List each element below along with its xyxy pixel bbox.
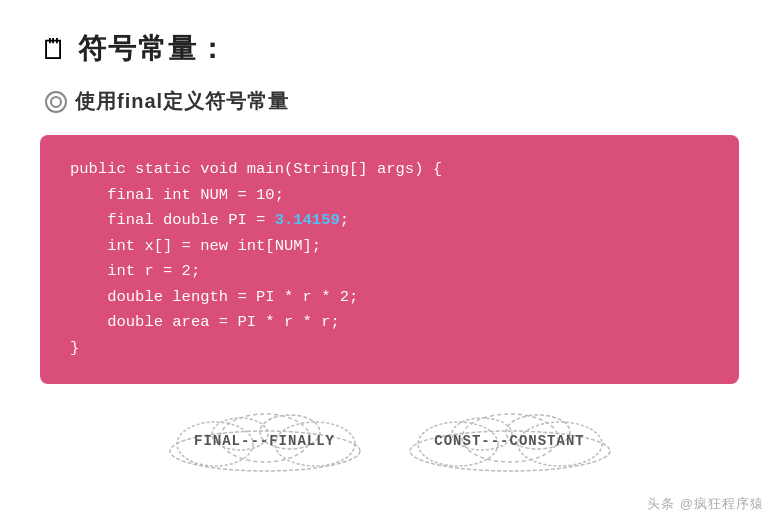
code-line-7: double area = PI * r * r;: [70, 313, 340, 331]
watermark-handle: @疯狂程序猿: [680, 496, 764, 511]
slide: 🗒 符号常量： 使用final定义符号常量 public static void…: [0, 0, 779, 525]
watermark-platform: 头条: [647, 496, 675, 511]
cloud-const: CONST---CONSTANT: [405, 409, 615, 474]
cloud-text-1: FINAL---FINALLY: [194, 433, 335, 449]
subtitle-text: 使用final定义符号常量: [75, 88, 289, 115]
code-line-8: }: [70, 339, 79, 357]
subtitle-row: 使用final定义符号常量: [40, 88, 739, 115]
subtitle-bullet-icon: [45, 91, 67, 113]
code-block: public static void main(String[] args) {…: [40, 135, 739, 384]
page-title: 符号常量：: [78, 30, 228, 68]
title-row: 🗒 符号常量：: [40, 30, 739, 68]
code-line-2: final int NUM = 10;: [70, 186, 284, 204]
cloud-final: FINAL---FINALLY: [165, 409, 365, 474]
watermark: 头条 @疯狂程序猿: [647, 495, 764, 513]
code-content: public static void main(String[] args) {…: [70, 157, 709, 362]
code-line-4: int x[] = new int[NUM];: [70, 237, 321, 255]
highlight-value: 3.14159: [275, 211, 340, 229]
code-line-5: int r = 2;: [70, 262, 200, 280]
code-line-1: public static void main(String[] args) {: [70, 160, 442, 178]
title-icon: 🗒: [40, 33, 68, 66]
code-line-6: double length = PI * r * 2;: [70, 288, 358, 306]
clouds-row: FINAL---FINALLY CONST---CONSTANT: [40, 409, 739, 474]
code-line-3: final double PI = 3.14159;: [70, 211, 349, 229]
cloud-text-2: CONST---CONSTANT: [434, 433, 584, 449]
